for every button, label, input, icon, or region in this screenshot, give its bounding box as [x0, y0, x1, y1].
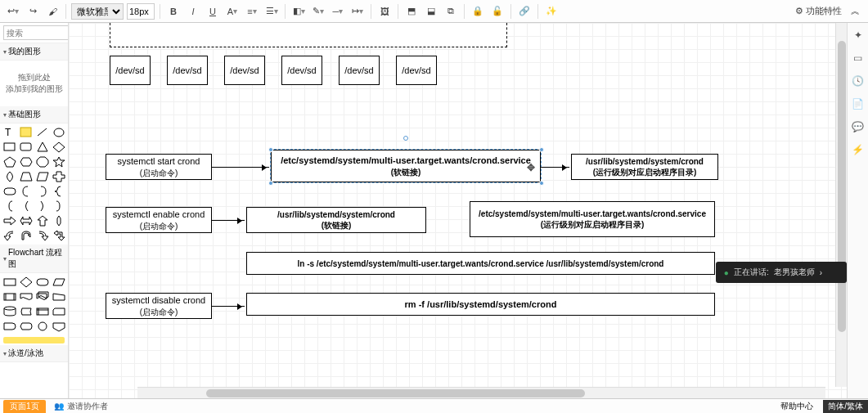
toast-chevron-icon[interactable]: ›: [820, 268, 822, 277]
fc-predef-icon[interactable]: [3, 291, 16, 303]
paren-left-icon[interactable]: [20, 200, 33, 212]
fc-decision-icon[interactable]: [20, 276, 33, 288]
rect-icon[interactable]: [3, 141, 16, 153]
feature-button[interactable]: ⚙ 功能特性: [795, 5, 842, 17]
node-ln-command[interactable]: ln -s /etc/systemd/system/multi-user.tar…: [246, 252, 715, 275]
fill-color-icon[interactable]: ◧▾: [290, 3, 307, 20]
bold-icon[interactable]: B: [165, 3, 182, 20]
brace-right-icon[interactable]: [52, 200, 65, 212]
group-icon[interactable]: ⧉: [443, 3, 459, 20]
fc-database-icon[interactable]: [3, 306, 16, 317]
sticky-note-icon[interactable]: [20, 127, 33, 138]
horizontal-scrollbar[interactable]: [137, 387, 825, 398]
image-icon[interactable]: 🖼: [376, 3, 393, 20]
arrow-bidir-icon[interactable]: [20, 215, 33, 227]
hexagon-icon[interactable]: [20, 156, 33, 168]
language-toggle[interactable]: 简体/繁体: [823, 400, 868, 413]
selection-handle[interactable]: [539, 181, 544, 186]
fc-multidoc-icon[interactable]: [36, 291, 49, 303]
fc-delay-icon[interactable]: [3, 321, 16, 332]
teardrop-icon[interactable]: [3, 171, 16, 182]
section-swimlane[interactable]: 泳道/泳池: [0, 345, 68, 362]
page-tab[interactable]: 页面1页: [3, 400, 46, 413]
invite-collab-button[interactable]: 👥 邀请协作者: [54, 401, 108, 412]
node-usrlib[interactable]: /usr/lib/systemd/system/crond(软链接): [246, 207, 426, 233]
arrow-return-icon[interactable]: [52, 230, 65, 241]
node-etc-service[interactable]: /etc/systemd/system/multi-user.target.wa…: [470, 201, 715, 237]
vertical-scrollbar[interactable]: [835, 23, 847, 387]
arrow-u-icon[interactable]: [20, 230, 33, 241]
connector-icon[interactable]: ↦▾: [349, 3, 366, 20]
dev-node[interactable]: /dev/sd: [281, 56, 322, 85]
arrow-updown-icon[interactable]: [52, 215, 65, 227]
lock-icon[interactable]: 🔒: [470, 3, 486, 20]
paren-right-icon[interactable]: [36, 200, 49, 212]
selection-handle[interactable]: [268, 147, 273, 152]
undo-dropdown-icon[interactable]: ↩▾: [5, 3, 21, 20]
fc-display-icon[interactable]: [20, 321, 33, 332]
bracket-right-icon[interactable]: [36, 186, 49, 197]
dev-node[interactable]: /dev/sd: [110, 56, 151, 85]
arrow-right-icon[interactable]: [3, 215, 16, 227]
unlock-icon[interactable]: 🔓: [489, 3, 506, 20]
shape-search-input[interactable]: [3, 25, 69, 40]
dev-node[interactable]: /dev/sd: [396, 56, 437, 85]
scroll-thumb[interactable]: [206, 389, 585, 397]
brace-left-icon[interactable]: [3, 200, 16, 212]
fc-process-icon[interactable]: [3, 276, 16, 288]
italic-icon[interactable]: I: [185, 3, 201, 20]
arrow[interactable]: [212, 306, 245, 307]
help-center-button[interactable]: 帮助中心: [776, 401, 818, 412]
layer-icon[interactable]: ▭: [851, 51, 866, 65]
scroll-thumb[interactable]: [838, 41, 846, 332]
octagon-icon[interactable]: [36, 156, 49, 168]
node-rm-command[interactable]: rm -f /usr/lib/systemd/system/crond: [246, 293, 715, 316]
fc-manual-icon[interactable]: [52, 291, 65, 303]
rounded-rect-icon[interactable]: [20, 141, 33, 153]
send-back-icon[interactable]: ⬓: [423, 3, 439, 20]
pentagon-icon[interactable]: [3, 156, 16, 168]
line-color-icon[interactable]: ✎▾: [310, 3, 326, 20]
line-icon[interactable]: [36, 127, 49, 138]
text-tool-icon[interactable]: T: [3, 127, 16, 138]
arrow-curve-left-icon[interactable]: [3, 230, 16, 241]
collapse-toolbar-icon[interactable]: ︽: [847, 3, 863, 20]
fc-card-icon[interactable]: [52, 306, 65, 317]
section-flowchart[interactable]: Flowchart 流程图: [0, 245, 68, 273]
dev-node[interactable]: /dev/sd: [339, 56, 380, 85]
list-icon[interactable]: ☰▾: [263, 3, 280, 20]
diamond-icon[interactable]: [52, 141, 65, 153]
star-icon[interactable]: [52, 156, 65, 168]
arrow-up-icon[interactable]: [36, 215, 49, 227]
font-family-select[interactable]: 微软雅黑: [71, 3, 124, 20]
section-basic-shapes[interactable]: 基础图形: [0, 106, 68, 123]
line-style-icon[interactable]: ─▾: [330, 3, 346, 20]
parallelogram-icon[interactable]: [36, 171, 49, 182]
cross-icon[interactable]: [52, 171, 65, 182]
brace-icon[interactable]: [52, 186, 65, 197]
bracket-left-icon[interactable]: [20, 186, 33, 197]
node-start-crond[interactable]: systemctl start crond(启动命令): [106, 154, 212, 180]
node-disable-crond[interactable]: systemctl disable crond(启动命令): [106, 293, 212, 319]
fc-document-icon[interactable]: [20, 291, 33, 303]
magic-icon[interactable]: ✨: [543, 3, 560, 20]
fc-stored-icon[interactable]: [20, 306, 33, 317]
arrow[interactable]: [212, 167, 269, 168]
ellipse-icon[interactable]: [52, 127, 65, 138]
node-softlink[interactable]: /etc/systemd/system/multi-user.target.wa…: [271, 150, 541, 182]
fc-connector-icon[interactable]: [36, 321, 49, 332]
fc-offpage-icon[interactable]: [52, 321, 65, 332]
dev-node[interactable]: /dev/sd: [167, 56, 208, 85]
font-color-icon[interactable]: A▾: [224, 3, 241, 20]
triangle-icon[interactable]: [36, 141, 49, 153]
selection-handle[interactable]: [539, 147, 544, 152]
container-frame[interactable]: [110, 23, 507, 47]
history-icon[interactable]: 🕓: [851, 74, 866, 88]
redo-icon[interactable]: ↪: [25, 3, 41, 20]
dev-node[interactable]: /dev/sd: [224, 56, 265, 85]
arrow-curve-right-icon[interactable]: [36, 230, 49, 241]
arrow[interactable]: [212, 220, 245, 221]
fc-data-icon[interactable]: [52, 276, 65, 288]
align-icon[interactable]: ≡▾: [244, 3, 260, 20]
link-icon[interactable]: 🔗: [516, 3, 533, 20]
